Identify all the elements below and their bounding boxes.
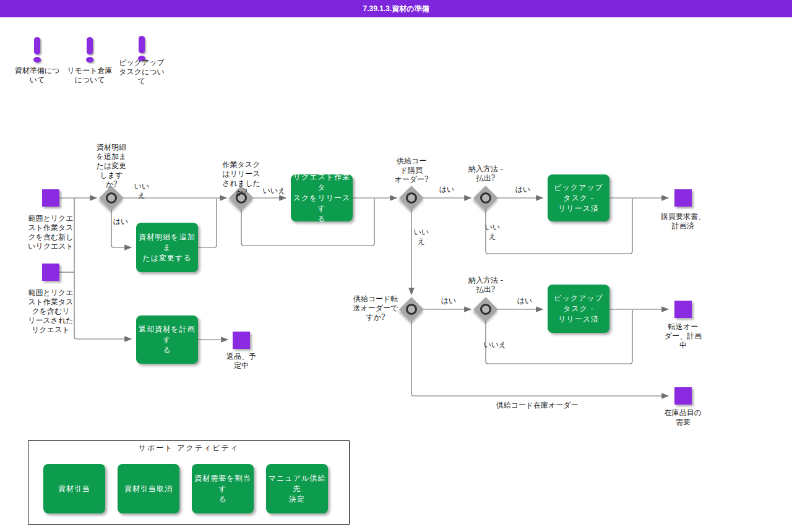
annotation-label-pickup-task: ピックアップ タスクについ て	[111, 58, 173, 86]
task-label: マニュアル供給先 決定	[266, 472, 328, 506]
start-event-new-request[interactable]	[42, 189, 59, 207]
edge-label-no: いい え	[409, 228, 434, 246]
end-event-purchase-requisition[interactable]	[674, 189, 692, 207]
task-material-allocation[interactable]: 資材引当	[43, 464, 105, 513]
task-label: 資材明細を追加ま たは変更する	[136, 231, 198, 265]
gateway-add-or-change-materials[interactable]	[99, 186, 124, 210]
end-event-purchase-label: 購買要求書、 計画済	[646, 212, 720, 231]
task-material-allocation-cancel[interactable]: 資材引当取消	[118, 464, 179, 513]
support-activities-title: サポート アクティビティ	[28, 443, 350, 453]
gateway-circle-icon	[106, 192, 117, 204]
task-label: 資材需要を割当す る	[192, 472, 254, 506]
gateway-delivery-bottom-label: 納入方法 - 払出?	[455, 276, 517, 294]
edge-label-yes: はい	[436, 296, 461, 306]
gateway-delivery-method-top[interactable]	[473, 186, 498, 210]
gateway-circle-icon	[480, 304, 491, 315]
end-event-inventory-label: 在庫品目の 需要	[652, 408, 714, 427]
task-pickup-released-top[interactable]: ピックアップ タスク - リリース済	[548, 174, 609, 221]
edge-addchange-merge	[198, 199, 217, 247]
end-event-transfer-label: 転送オー ダー、計画 中	[652, 322, 714, 350]
gateway-supply-purchase-label: 供給コー ド購買 オーダー?	[381, 157, 442, 184]
task-release-request-work-task[interactable]: リクエスト作業タ スクをリリースす る	[291, 174, 353, 221]
task-pickup-released-bottom[interactable]: ピックアップ タスク - リリース済	[548, 285, 609, 333]
task-plan-return-material[interactable]: 返却資材を計画す る	[136, 315, 198, 364]
edge-label-no: いい え	[480, 223, 505, 241]
gateway-delivery-method-bottom[interactable]	[473, 297, 498, 322]
end-event-inventory-item-demand[interactable]	[674, 387, 692, 405]
task-assign-material-demand[interactable]: 資材需要を割当す る	[192, 464, 254, 513]
gateway-circle-icon	[480, 192, 491, 204]
edge-label-yes: はい	[510, 185, 535, 194]
task-label: リクエスト作業タ スクをリリースす る	[291, 171, 353, 226]
end-event-return-scheduled[interactable]	[233, 332, 250, 349]
edge-label-no: いいえ	[476, 340, 514, 350]
start-event-released-request-label: 範囲とリクエ スト作業タス クを含むリ リースされた リクエスト	[16, 288, 85, 335]
gateway-circle-icon	[406, 304, 417, 315]
gateway-supply-transfer-label: 供給コード転 送オーダーで すか?	[345, 294, 407, 322]
edge-label-no: いい え	[129, 182, 154, 200]
end-event-return-label: 返品、予 定中	[210, 352, 272, 371]
exclamation-icon[interactable]	[85, 37, 94, 63]
process-diagram-canvas: 7.39.1.3.資材の準備	[0, 0, 792, 532]
task-label: ピックアップ タスク - リリース済	[553, 181, 605, 215]
edge-label-yes: はい	[434, 185, 459, 194]
edge-label-no: いいえ	[256, 186, 293, 195]
exclamation-dot	[33, 57, 41, 62]
edge-label-inventory-order: 供給コード在庫オーダー	[475, 401, 599, 410]
task-add-or-change-material[interactable]: 資材明細を追加ま たは変更する	[136, 223, 198, 272]
edge-label-yes: はい	[512, 296, 537, 306]
edge-label-yes: はい	[108, 217, 133, 226]
task-label: ピックアップ タスク - リリース済	[553, 292, 605, 326]
task-label: 返却資材を計画す る	[136, 323, 198, 357]
task-label: 資材引当	[57, 483, 92, 496]
start-event-released-request[interactable]	[42, 264, 59, 281]
edge-g5-down-to-endinventory	[411, 320, 668, 396]
edge-g1-yes-to-addchange	[111, 209, 131, 247]
task-manual-supplier-determination[interactable]: マニュアル供給先 決定	[266, 464, 328, 513]
exclamation-bar	[87, 37, 93, 54]
end-event-transfer-order[interactable]	[674, 301, 692, 318]
exclamation-bar	[139, 36, 145, 53]
exclamation-dot	[86, 57, 93, 62]
start-event-new-request-label: 範囲とリクエ スト作業タス クを含む新し いリクエスト	[16, 214, 85, 251]
exclamation-icon[interactable]	[33, 37, 41, 63]
gateway-supply-code-purchase-order[interactable]	[399, 186, 424, 210]
gateway-delivery-top-label: 納入方法 - 払出?	[455, 165, 517, 183]
task-label: 資材引当取消	[123, 483, 174, 496]
gateway-circle-icon	[406, 192, 417, 204]
exclamation-bar	[34, 37, 40, 54]
